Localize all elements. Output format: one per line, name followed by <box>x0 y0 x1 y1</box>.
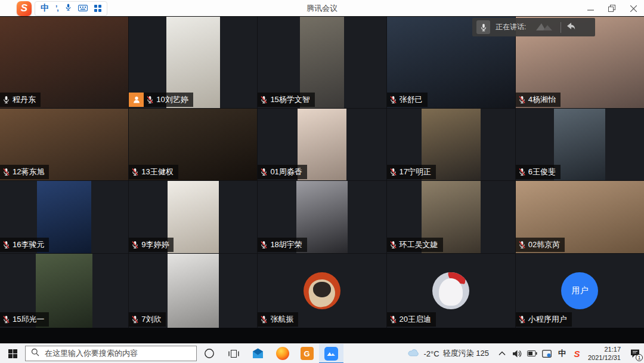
participant-label-row: 18胡宇荣 <box>258 238 306 252</box>
participant-name: 7刘欣 <box>141 314 161 325</box>
participant-tile[interactable]: 10刘艺婷 <box>129 17 257 108</box>
muted-mic-icon <box>518 96 526 104</box>
apps-grid-icon[interactable] <box>94 5 101 12</box>
g-doc-icon: G <box>301 347 314 360</box>
notification-center-button[interactable]: 1 <box>626 344 644 363</box>
participant-tile[interactable]: 6王俊斐 <box>516 109 644 180</box>
participant-tile[interactable]: 18胡宇荣 <box>258 181 386 253</box>
system-tray: -2°C 轻度污染 125 中 S 21:17 2021/12/31 <box>408 344 644 363</box>
chinese-mode-icon[interactable]: 中 <box>41 3 49 14</box>
keyboard-icon[interactable] <box>78 3 88 14</box>
participant-name: 18胡宇荣 <box>270 239 302 250</box>
taskbar: 在这里输入你要搜索的内容 G -2°C 轻度污染 125 <box>0 343 644 363</box>
participant-video <box>168 254 219 328</box>
participant-label: 张舒已 <box>387 93 428 107</box>
participant-tile[interactable]: 用户 小程序用户 <box>516 254 644 328</box>
participant-tile[interactable]: 7刘欣 <box>129 254 257 328</box>
sogou-logo-icon[interactable]: S <box>17 1 32 16</box>
task-view-button[interactable] <box>221 344 246 363</box>
muted-mic-icon <box>518 241 526 249</box>
participant-name: 02韩京芮 <box>528 239 560 250</box>
mic-icon[interactable] <box>65 3 72 14</box>
mail-app-button[interactable] <box>246 344 270 363</box>
weather-cloud-icon <box>408 349 420 358</box>
participant-tile[interactable]: 15邱光一 <box>0 254 128 328</box>
participant-tile[interactable]: 12蒋东旭 <box>0 109 128 180</box>
divider <box>561 22 561 33</box>
participant-name: 6王俊斐 <box>528 167 556 177</box>
search-placeholder: 在这里输入你要搜索的内容 <box>45 348 138 359</box>
tray-expand-button[interactable] <box>495 344 510 363</box>
minimize-button[interactable] <box>580 0 601 17</box>
firefox-app-button[interactable] <box>270 344 295 363</box>
tencent-meeting-app-button[interactable] <box>319 344 343 363</box>
meeting-area: 程丹东 10刘艺婷 15杨学文智 张舒已 4杨湘怡 12蒋东旭 13王健权 01… <box>0 17 644 343</box>
participant-label: 张航振 <box>258 312 298 327</box>
participant-tile[interactable]: 15杨学文智 <box>258 17 386 108</box>
close-button[interactable] <box>623 0 644 17</box>
participant-name: 环工吴文婕 <box>400 239 438 250</box>
participant-label: 小程序用户 <box>516 312 572 327</box>
participant-label-row: 10刘艺婷 <box>129 93 193 107</box>
sogou-tray-icon[interactable]: S <box>569 344 584 363</box>
participant-label: 环工吴文婕 <box>387 238 443 252</box>
participant-label: 18胡宇荣 <box>258 238 306 252</box>
participant-tile[interactable]: 16李骏元 <box>0 181 128 253</box>
participant-name: 13王健权 <box>141 167 173 177</box>
participant-tile[interactable]: 环工吴文婕 <box>387 181 515 253</box>
title-bar: S 中 ’, 腾讯会议 <box>0 0 644 17</box>
participant-label: 16李骏元 <box>0 238 49 252</box>
wps-doc-app-button[interactable]: G <box>295 344 319 363</box>
participant-label: 6王俊斐 <box>516 165 561 179</box>
tencent-meeting-window: S 中 ’, 腾讯会议 程丹东 1 <box>0 0 644 363</box>
speaking-indicator[interactable]: 正在讲话: <box>472 18 595 36</box>
muted-mic-icon <box>260 168 268 176</box>
participant-label: 4杨湘怡 <box>516 93 561 107</box>
participant-tile[interactable]: 13王健权 <box>129 109 257 180</box>
muted-mic-icon <box>260 96 268 104</box>
tencent-meeting-icon <box>324 347 338 361</box>
participant-tile[interactable]: 02韩京芮 <box>516 181 644 253</box>
participant-label-row: 环工吴文婕 <box>387 238 443 252</box>
participant-avatar: 用户 <box>561 272 598 309</box>
ime-language-icon[interactable]: 中 <box>555 344 569 363</box>
battery-icon[interactable] <box>525 344 540 363</box>
cortana-button[interactable] <box>197 344 221 363</box>
participant-tile[interactable]: 程丹东 <box>0 17 128 108</box>
mic-icon <box>2 96 10 104</box>
participant-tile[interactable]: 17宁明正 <box>387 109 515 180</box>
participant-tile[interactable]: 01周淼香 <box>258 109 386 180</box>
participant-tile[interactable]: 9李婷婷 <box>129 181 257 253</box>
participant-name: 15邱光一 <box>13 314 44 325</box>
participant-name: 16李骏元 <box>13 239 44 250</box>
start-button[interactable] <box>0 344 25 363</box>
participant-label-row: 15杨学文智 <box>258 93 314 107</box>
back-arrow-icon[interactable] <box>566 22 575 33</box>
participant-tile[interactable]: 张航振 <box>258 254 386 328</box>
muted-mic-icon <box>389 241 397 249</box>
participant-label: 9李婷婷 <box>129 238 174 252</box>
mic-icon <box>476 20 490 34</box>
participant-label: 02韩京芮 <box>516 238 565 252</box>
participant-label: 7刘欣 <box>129 312 166 327</box>
screen-clip-icon[interactable] <box>540 344 555 363</box>
muted-mic-icon <box>2 168 10 176</box>
waiting-member-badge-icon[interactable] <box>129 93 144 107</box>
taskbar-search-input[interactable]: 在这里输入你要搜索的内容 <box>25 346 197 361</box>
punctuation-icon[interactable]: ’, <box>55 4 58 13</box>
volume-icon[interactable] <box>510 344 525 363</box>
muted-mic-icon <box>389 315 397 324</box>
participant-label: 10刘艺婷 <box>144 93 193 107</box>
participant-grid: 程丹东 10刘艺婷 15杨学文智 张舒已 4杨湘怡 12蒋东旭 13王健权 01… <box>0 17 644 328</box>
participant-label-row: 4杨湘怡 <box>516 93 561 107</box>
restore-button[interactable] <box>601 0 623 17</box>
taskbar-clock[interactable]: 21:17 2021/12/31 <box>588 345 621 362</box>
notification-badge: 1 <box>636 354 643 361</box>
muted-mic-icon <box>146 96 154 104</box>
participant-tile[interactable]: 20王启迪 <box>387 254 515 328</box>
weather-widget[interactable]: -2°C 轻度污染 125 <box>408 348 488 359</box>
muted-mic-icon <box>131 168 139 176</box>
clock-time: 21:17 <box>588 345 621 353</box>
muted-mic-icon <box>2 241 10 249</box>
participant-label-row: 01周淼香 <box>258 165 306 179</box>
